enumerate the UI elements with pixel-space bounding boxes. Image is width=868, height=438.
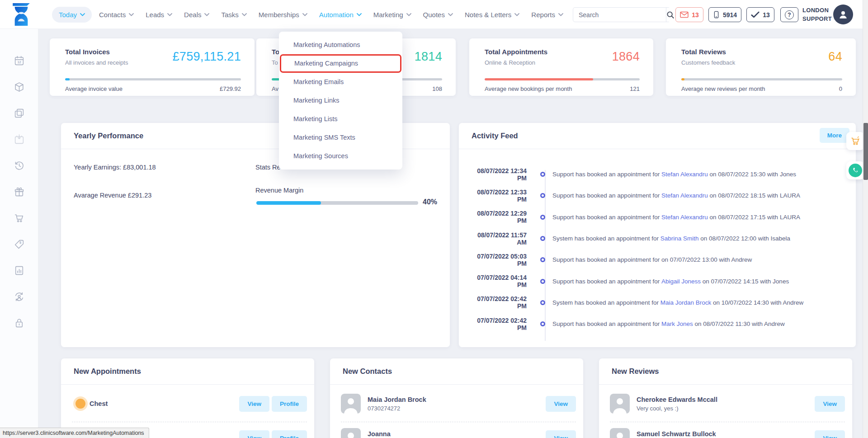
cart-icon[interactable] [14,212,25,224]
calls-count: 5914 [723,11,737,19]
history-icon[interactable] [14,160,25,171]
menu-item-marketing-links[interactable]: Marketing Links [279,91,402,110]
user-avatar[interactable] [833,5,853,24]
menu-item-marketing-emails[interactable]: Marketing Emails [279,73,402,91]
cart-icon [850,136,861,146]
floating-cart-button[interactable] [846,132,864,150]
package-icon[interactable] [14,81,25,93]
nav-label: Contacts [99,11,126,19]
app-logo[interactable] [11,3,32,26]
feed-text: System has booked an appointment for Mai… [552,299,803,306]
view-button[interactable]: View [239,430,269,438]
calendar-icon[interactable]: 12 [14,55,25,66]
nav-item-automation[interactable]: Automation [315,7,366,23]
messages-count: 13 [692,11,699,19]
contact-link[interactable]: Stefan Alexandru [661,171,708,178]
feed-text: Support has booked an appointment for St… [552,214,800,221]
revenue-margin-value: 40% [423,198,437,206]
stat-value: £759,115.21 [173,50,241,64]
menu-item-marketing-automations[interactable]: Marketing Automations [279,36,402,54]
feed-text: Support has booked an appointment for Ma… [552,320,785,327]
new-contacts-panel: New Contacts Maia Jordan Brock 073027427… [330,358,583,438]
contact-link[interactable]: Stefan Alexandru [661,192,708,199]
contact-link[interactable]: Maia Jordan Brock [660,299,712,306]
contact-phone: 0730274272 [368,405,426,412]
nav-item-quotes[interactable]: Quotes [419,7,458,23]
contact-link[interactable]: Stefan Alexandru [661,214,708,221]
nav-item-marketing[interactable]: Marketing [369,7,416,23]
nav-label: Reports [531,11,555,19]
timeline-dot-icon [540,193,545,198]
panel-title: Yearly Performance [74,132,143,140]
appointment-name: Chest [90,400,108,407]
view-button[interactable]: View [239,396,269,412]
feed-time: 08/07/2022 11:57 AM [459,231,527,246]
view-button[interactable]: View [546,430,576,438]
person-silhouette-icon [610,428,630,438]
nav-item-tasks[interactable]: Tasks [217,7,251,23]
divider [459,149,856,149]
panel-title: New Contacts [343,367,392,376]
view-button[interactable]: View [815,430,845,438]
lock-icon[interactable] [14,317,25,329]
chevron-down-icon [204,13,209,16]
reviewer-name: Cherokee Edwards Mccall [637,396,717,403]
contact-link[interactable]: Mark Jones [661,320,693,327]
review-row: Samuel Schwartz Bullock Nice! View [610,424,845,438]
profile-button[interactable]: Profile [272,396,307,412]
menu-item-marketing-lists[interactable]: Marketing Lists [279,110,402,128]
menu-item-marketing-campaigns[interactable]: Marketing Campaigns [280,54,401,73]
view-button[interactable]: View [546,396,576,412]
nav-item-contacts[interactable]: Contacts [94,7,138,23]
timeline-dot-icon [540,300,545,305]
gift-icon[interactable] [14,186,25,198]
reviewer-name: Samuel Schwartz Bullock [637,430,716,438]
calls-badge[interactable]: 5914 [708,7,741,22]
nav-label: Memberships [259,11,299,19]
search-button[interactable] [666,8,675,22]
nav-item-deals[interactable]: Deals [179,7,214,23]
tasks-badge[interactable]: 13 [746,7,774,22]
chevron-down-icon [357,13,362,16]
contact-name: Maia Jordan Brock [368,396,426,403]
floating-call-button[interactable] [846,161,864,179]
nav-item-memberships[interactable]: Memberships [254,7,312,23]
appointment-dot-icon [75,399,85,409]
stat-card-total-appointments: Total Appointments Online & Reception 18… [469,38,653,96]
nav-item-reports[interactable]: Reports [527,7,568,23]
search-input[interactable] [573,8,666,22]
feed-time: 07/07/2022 04:14 PM [459,274,527,288]
customer-sync-icon[interactable] [14,291,25,302]
timeline-dot-icon [540,257,545,262]
feed-entry: 07/07/2022 04:14 PM Support has booked a… [459,270,856,292]
divider [330,384,583,385]
status-url: https://server3.clinicsoftware.com/Marke… [3,430,144,436]
help-badge[interactable]: ? [780,7,798,22]
menu-item-marketing-sources[interactable]: Marketing Sources [279,147,402,165]
revenue-margin-track [256,201,418,205]
person-silhouette-icon [341,394,361,414]
nav-item-notes-letters[interactable]: Notes & Letters [460,7,524,23]
messages-badge[interactable]: 13 [675,7,703,22]
chevron-down-icon [448,13,453,16]
view-button[interactable]: View [815,396,845,412]
stat-value: 1864 [612,50,640,64]
report-icon[interactable] [14,265,25,276]
more-button[interactable]: More [820,128,849,143]
contact-link[interactable]: Abigail Joness [661,278,701,285]
menu-item-marketing-sms-texts[interactable]: Marketing SMS Texts [279,128,402,147]
profile-button[interactable]: Profile [272,430,307,438]
new-reviews-panel: New Reviews Cherokee Edwards Mccall Very… [599,358,852,438]
chevron-down-icon [80,13,85,16]
calendar-import-icon[interactable] [14,134,25,145]
feed-text: System has booked an appointment for Sab… [552,235,790,242]
chevron-down-icon [302,13,307,16]
copy-icon[interactable] [14,108,25,119]
stat-card-total-invoices: Total Invoices All invoices and receipts… [50,38,255,96]
nav-item-leads[interactable]: Leads [141,7,177,23]
timeline-dot-icon [540,172,545,177]
price-tag-icon[interactable]: $ [14,239,25,250]
scrollbar-thumb[interactable] [863,123,868,180]
nav-item-today[interactable]: Today [52,7,92,23]
contact-link[interactable]: Sabrina Smith [660,235,699,242]
